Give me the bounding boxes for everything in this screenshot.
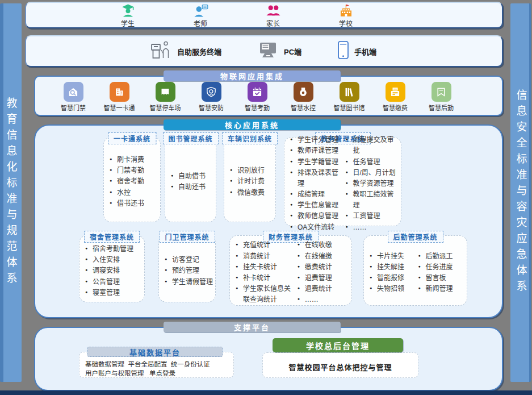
system-logistics-items-col2: 后勤派工任务进度留言板新闻管理 <box>418 251 465 295</box>
core-container: 一卡通系统 刷卡消费门禁考勤宿舍考勤水控借书还书 图书管理系统 自助借书自助还书… <box>34 124 503 318</box>
system-dorm-title: 宿舍管理系统 <box>84 231 140 243</box>
school-admin-title: 学校总后台管理 <box>273 338 403 352</box>
support-container: 基础数据平台 基础数据管理 平台全局配置 统一身份认证 用户账户与权限管理 单点… <box>34 327 503 391</box>
system-academic-items-col1: 学生评分管理教师评课管理学生学籍管理排课及课表管理成绩管理学生信息管理教师信息管… <box>290 135 344 233</box>
base-platform-line-1: 基础数据管理 平台全局配置 统一身份认证 <box>85 360 233 369</box>
system-finance-items-col1: 充值统计消费统计挂失卡统计补卡统计学生家长信息关联查询统计 <box>236 240 295 305</box>
terminal-pc: PC端 <box>257 40 301 62</box>
list-item: …… <box>298 294 349 305</box>
school-icon <box>338 3 354 18</box>
iot-library: 智慧图书馆 <box>328 82 370 112</box>
right-standard-label: 信息安全标准与容灾应急体系 <box>513 89 529 296</box>
base-platform-line-2: 用户账户与权限管理 单点登录 <box>85 369 233 379</box>
list-item: 学生请假管理 <box>165 277 213 288</box>
list-item: 退费统计 <box>298 284 349 294</box>
terminals-row: 自助服务终端 PC端 手机端 <box>25 35 503 67</box>
list-item: 流程提交及审批 <box>346 135 399 156</box>
system-logistics-items-col1: 卡片挂失挂失解挂智能报修失物招领 <box>370 251 416 295</box>
list-item: 水控 <box>110 188 158 198</box>
list-item: 访客登记 <box>165 255 213 265</box>
terminal-kiosk-label: 自助服务终端 <box>177 46 221 57</box>
list-item: 门禁考勤 <box>110 165 158 176</box>
iot-door-access-label: 智慧门禁 <box>61 103 86 112</box>
list-item: 在线收缴 <box>298 240 349 251</box>
list-item: 公告管理 <box>85 277 142 288</box>
list-item: 调寝安排 <box>85 265 142 276</box>
teacher-icon <box>193 3 208 18</box>
left-standard-label: 教育信息化标准与规范体系 <box>3 97 19 288</box>
iot-attendance-label: 智慧考勤 <box>245 103 270 112</box>
attendance-icon <box>248 82 267 102</box>
iot-banner-label: 物联网应用集成 <box>220 70 284 81</box>
user-school-label: 学校 <box>339 18 353 28</box>
iot-one-card-label: 智慧一卡通 <box>104 103 135 112</box>
list-item: 新闻管理 <box>418 284 465 294</box>
user-school: 学校 <box>329 3 362 28</box>
list-item: 刷卡消费 <box>110 155 158 165</box>
list-item: 自助还书 <box>171 182 213 193</box>
terminal-mobile-label: 手机端 <box>354 46 376 57</box>
list-item: 学生评分管理 <box>290 135 344 145</box>
list-item: 教师信息管理 <box>290 211 344 222</box>
system-gate: 门卫管理系统 访客登记预约管理学生请假管理 <box>158 235 216 302</box>
water-icon <box>294 82 313 102</box>
list-item: 卡片挂失 <box>370 251 416 262</box>
list-item: 留言板 <box>418 273 465 284</box>
user-student: 学生 <box>111 3 144 28</box>
core-banner-label: 核心应用系统 <box>225 119 279 130</box>
list-item: 学生学籍管理 <box>290 157 344 168</box>
student-icon <box>120 3 136 18</box>
support-banner-label: 支撑平台 <box>234 322 270 332</box>
system-gate-items: 访客登记预约管理学生请假管理 <box>165 255 213 288</box>
iot-payment: 智慧缴费 <box>374 82 416 112</box>
list-item: 计时计费 <box>230 176 273 187</box>
terminal-kiosk: 自助服务终端 <box>150 40 221 63</box>
list-item: 后勤派工 <box>418 251 465 262</box>
system-finance: 财务管理系统 充值统计消费统计挂失卡统计补卡统计学生家长信息关联查询统计 在线收… <box>229 235 352 306</box>
system-dorm: 宿舍管理系统 宿舍考勤管理入住安排调寝安排公告管理寝室管理 <box>79 235 145 302</box>
security-icon <box>202 82 221 102</box>
list-item: 自助借书 <box>171 171 213 182</box>
list-item: 借书还书 <box>110 198 158 209</box>
system-vehicle-items: 识别放行计时计费微信缴费 <box>230 165 273 198</box>
user-teacher: 老师 <box>184 3 217 28</box>
iot-door-access: 智慧门禁 <box>52 82 94 112</box>
user-student-label: 学生 <box>121 18 135 28</box>
user-roles-row: 学生 老师 家长 学校 <box>25 2 503 28</box>
list-item: 排课及课表管理 <box>290 168 344 189</box>
phone-icon <box>337 40 350 62</box>
iot-logistics-label: 智慧后勤 <box>429 103 454 112</box>
iot-banner: 物联网应用集成 <box>164 70 341 81</box>
terminal-mobile: 手机端 <box>337 40 376 62</box>
iot-payment-label: 智慧缴费 <box>383 103 408 112</box>
user-parent: 家长 <box>257 3 290 28</box>
system-finance-items-col2: 在线收缴在线催缴缴费统计退费管理退费统计…… <box>298 240 349 305</box>
user-parent-label: 家长 <box>266 18 280 28</box>
iot-container: 智慧门禁 智慧一卡通 智慧停车场 智慧安防 智慧考勤 <box>34 76 503 116</box>
system-library-items: 自助借书自助还书 <box>171 171 213 193</box>
parents-icon <box>266 3 281 18</box>
list-item: 退费管理 <box>298 273 349 284</box>
list-item: 宿舍考勤管理 <box>85 244 142 255</box>
iot-attendance: 智慧考勤 <box>236 82 278 112</box>
iot-water-label: 智慧水控 <box>291 103 316 112</box>
bottom-bar <box>0 390 532 395</box>
system-vehicle-title: 车辆识别系统 <box>222 132 278 144</box>
list-item: 任务进度 <box>418 262 465 273</box>
list-item: 失物招领 <box>370 284 416 294</box>
parking-icon <box>156 82 175 102</box>
system-logistics-title: 后勤管理系统 <box>387 231 443 243</box>
base-data-platform-title: 基础数据平台 <box>87 347 223 357</box>
iot-library-label: 智慧图书馆 <box>334 103 365 112</box>
iot-water: 智慧水控 <box>282 82 324 112</box>
user-teacher-label: 老师 <box>194 18 207 28</box>
list-item: 挂失卡统计 <box>236 262 295 273</box>
list-item: 教师评课管理 <box>290 145 344 156</box>
logistics-icon <box>432 82 451 102</box>
list-item: 成绩管理 <box>290 189 344 200</box>
list-item: 缴费统计 <box>298 262 349 273</box>
iot-security: 智慧安防 <box>190 82 232 112</box>
list-item: 学生家长信息关联查询统计 <box>236 284 295 305</box>
list-item: 微信缴费 <box>230 188 273 198</box>
one-card-icon <box>110 82 129 102</box>
